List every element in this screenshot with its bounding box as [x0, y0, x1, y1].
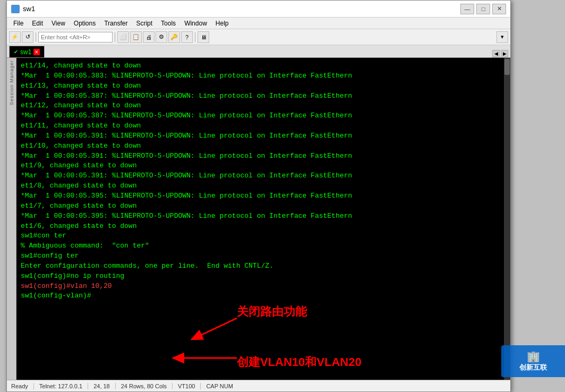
maximize-button[interactable]: □: [476, 4, 490, 14]
terminal-line-8: et1/10, changed state to down: [21, 141, 506, 151]
terminal-scrollbar[interactable]: [504, 58, 510, 380]
menu-options[interactable]: Options: [70, 19, 100, 28]
close-button[interactable]: ✕: [492, 4, 506, 14]
terminal-line-11: *Mar 1 00:00:05.391: %LINEPROTO-5-UPDOWN…: [21, 171, 506, 181]
title-bar-buttons: — □ ✕: [460, 4, 506, 14]
annotation-create-vlan-text: 创建VLAN10和VLAN20: [236, 355, 362, 369]
toolbar-settings-btn[interactable]: ⚙: [156, 31, 167, 43]
minimize-button[interactable]: —: [460, 4, 474, 14]
logo-watermark: 🏢 创新互联: [501, 345, 565, 377]
toolbar-separator-3: [195, 32, 195, 42]
terminal-line-5: *Mar 1 00:00:05.387: %LINEPROTO-5-UPDOWN…: [21, 111, 506, 121]
arrow-close-routing: [192, 318, 237, 339]
terminal-line-3: *Mar 1 00:00:05.387: %LINEPROTO-5-UPDOWN…: [21, 91, 506, 101]
host-input[interactable]: [38, 32, 113, 42]
terminal-line-16: et1/6, changed state to down: [21, 221, 506, 232]
logo-symbol: 🏢: [527, 350, 540, 363]
status-rows-cols: 24 Rows, 80 Cols: [116, 383, 173, 389]
terminal-line-17: sw1#con ter: [21, 231, 506, 241]
terminal-line-14: et1/7, changed state to down: [21, 201, 506, 211]
toolbar: ⚡ ↺ ⬜ 📋 🖨 ⚙ 🔑 ? 🖥 ▾: [7, 29, 510, 45]
terminal-line-7: *Mar 1 00:00:05.391: %LINEPROTO-5-UPDOWN…: [21, 131, 506, 141]
menu-edit[interactable]: Edit: [28, 19, 47, 28]
terminal-line-10: et1/9, changed state to down: [21, 161, 506, 171]
toolbar-paste-btn[interactable]: 📋: [130, 31, 142, 43]
status-ready: Ready: [11, 383, 34, 389]
terminal-line-19: sw1#config ter: [21, 251, 506, 261]
menu-window[interactable]: Window: [180, 19, 211, 28]
tab-close-button[interactable]: ✕: [33, 49, 40, 55]
terminal-line-0: et1/14, changed state to down: [21, 61, 506, 71]
toolbar-connect-btn[interactable]: ↺: [22, 31, 33, 43]
tab-bar: ✔ sw1 ✕ ◀ ▶: [7, 45, 510, 58]
terminal-line-4: et1/12, changed state to down: [21, 101, 506, 111]
tab-sw1[interactable]: ✔ sw1 ✕: [9, 46, 45, 57]
terminal-line-23: sw1(config-vlan)#: [21, 291, 506, 301]
menu-transfer[interactable]: Transfer: [100, 19, 132, 28]
toolbar-separator-1: [36, 32, 36, 42]
toolbar-screen-btn[interactable]: 🖥: [198, 31, 209, 43]
tab-check-icon: ✔: [14, 49, 18, 55]
toolbar-print-btn[interactable]: 🖨: [143, 31, 155, 43]
toolbar-help-btn[interactable]: ?: [181, 31, 193, 43]
status-vt: VT100: [173, 383, 201, 389]
title-bar: sw1 — □ ✕: [7, 1, 510, 18]
terminal-line-22: sw1(config)#vlan 10,20: [21, 282, 506, 292]
menu-bar: File Edit View Options Transfer Script T…: [7, 18, 510, 29]
terminal-line-9: *Mar 1 00:00:05.391: %LINEPROTO-5-UPDOWN…: [21, 151, 506, 161]
session-manager-label: Session Manager: [9, 60, 14, 105]
menu-file[interactable]: File: [9, 19, 28, 28]
session-sidebar: Session Manager: [7, 58, 16, 380]
terminal-line-12: et1/8, changed state to down: [21, 181, 506, 191]
terminal-line-18: % Ambiguous command: "con ter": [21, 241, 506, 251]
toolbar-new-btn[interactable]: ⚡: [9, 31, 21, 43]
terminal-line-6: et1/11, changed state to down: [21, 121, 506, 131]
status-bar: Ready Telnet: 127.0.0.1 24, 18 24 Rows, …: [7, 380, 510, 391]
menu-help[interactable]: Help: [211, 19, 233, 28]
terminal-line-2: et1/13, changed state to down: [21, 81, 506, 91]
tab-prev-btn[interactable]: ◀: [492, 50, 500, 57]
toolbar-copy-btn[interactable]: ⬜: [117, 31, 129, 43]
terminal-line-13: *Mar 1 00:00:05.395: %LINEPROTO-5-UPDOWN…: [21, 191, 506, 201]
menu-tools[interactable]: Tools: [157, 19, 180, 28]
terminal-line-21: sw1(config)#no ip routing: [21, 271, 506, 282]
toolbar-key-btn[interactable]: 🔑: [168, 31, 180, 43]
logo-text: 创新互联: [519, 363, 547, 372]
status-position: 24, 18: [88, 383, 116, 389]
main-window: sw1 — □ ✕ File Edit View Options Transfe…: [6, 0, 511, 392]
status-telnet: Telnet: 127.0.0.1: [34, 383, 88, 389]
menu-script[interactable]: Script: [132, 19, 157, 28]
main-area: Session Manager et1/14, changed state to…: [7, 58, 510, 380]
terminal-line-15: *Mar 1 00:00:05.395: %LINEPROTO-5-UPDOWN…: [21, 211, 506, 221]
terminal-area[interactable]: et1/14, changed state to down *Mar 1 00:…: [16, 58, 510, 380]
annotation-close-routing-text: 关闭路由功能: [236, 305, 307, 318]
tab-navigation: ◀ ▶: [492, 50, 508, 57]
app-icon: [11, 5, 20, 13]
terminal-scroll-thumb: [504, 59, 510, 75]
toolbar-more-btn[interactable]: ▾: [496, 31, 508, 43]
menu-view[interactable]: View: [47, 19, 70, 28]
terminal-line-1: *Mar 1 00:00:05.383: %LINEPROTO-5-UPDOWN…: [21, 71, 506, 81]
toolbar-separator-2: [115, 32, 115, 42]
status-cap: CAP NUM: [201, 383, 238, 389]
terminal-line-20: Enter configuration commands, one per li…: [21, 261, 506, 271]
tab-next-btn[interactable]: ▶: [501, 50, 508, 57]
window-title: sw1: [23, 5, 460, 13]
tab-label: sw1: [20, 48, 31, 56]
